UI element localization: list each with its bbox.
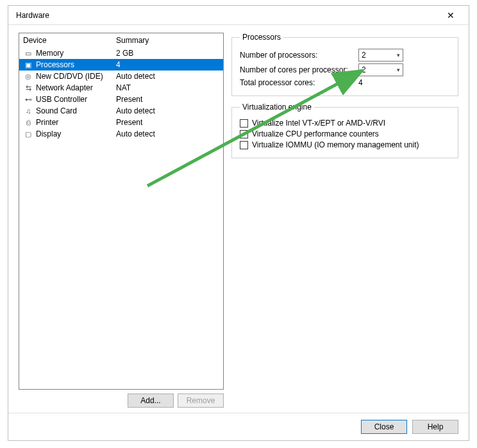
usb-icon: ⊷ [23, 95, 33, 104]
device-summary: Auto detect [116, 72, 219, 81]
column-summary: Summary [116, 36, 219, 45]
memory-icon: ▭ [23, 49, 33, 58]
device-list[interactable]: Device Summary ▭Memory2 GB▣Processors4◎N… [19, 33, 224, 390]
add-button[interactable]: Add... [128, 394, 174, 408]
table-row[interactable]: ▢DisplayAuto detect [19, 128, 223, 140]
cores-per-processor-select[interactable]: 2 ▾ [358, 63, 403, 76]
virt-counters-label: Virtualize CPU performance counters [252, 129, 379, 138]
device-name: Sound Card [36, 106, 116, 115]
cores-per-processor-value: 2 [362, 65, 366, 74]
remove-button: Remove [178, 394, 224, 408]
chevron-down-icon: ▾ [397, 67, 400, 73]
column-device: Device [23, 36, 116, 45]
table-row[interactable]: ♫Sound CardAuto detect [19, 105, 223, 117]
num-processors-row: Number of processors: 2 ▾ [240, 49, 450, 62]
virt-vtx-label: Virtualize Intel VT-x/EPT or AMD-V/RVI [252, 119, 385, 128]
total-cores-label: Total processor cores: [240, 78, 358, 87]
virt-vtx-row[interactable]: Virtualize Intel VT-x/EPT or AMD-V/RVI [240, 119, 450, 128]
table-row[interactable]: ⎙PrinterPresent [19, 117, 223, 128]
close-button[interactable]: Close [361, 420, 407, 434]
chevron-down-icon: ▾ [397, 52, 400, 58]
titlebar: Hardware ✕ [8, 6, 469, 25]
device-summary: Auto detect [116, 129, 219, 138]
checkbox-icon[interactable] [240, 119, 248, 128]
cores-per-processor-row: Number of cores per processor: 2 ▾ [240, 63, 450, 76]
device-summary: Present [116, 118, 219, 127]
dialog-body: Device Summary ▭Memory2 GB▣Processors4◎N… [8, 25, 469, 413]
device-name: Printer [36, 118, 116, 127]
virt-iommu-label: Virtualize IOMMU (IO memory management u… [252, 140, 419, 149]
device-name: New CD/DVD (IDE) [36, 72, 116, 81]
cores-per-processor-label: Number of cores per processor: [240, 65, 358, 74]
settings-pane: Processors Number of processors: 2 ▾ Num… [231, 33, 458, 408]
device-summary: 2 GB [116, 49, 219, 58]
network-icon: ⇆ [23, 83, 33, 92]
table-row[interactable]: ⊷USB ControllerPresent [19, 94, 223, 105]
sound-icon: ♫ [23, 106, 33, 115]
table-row[interactable]: ▭Memory2 GB [19, 47, 223, 59]
device-summary: Auto detect [116, 106, 219, 115]
total-cores-value: 4 [358, 78, 397, 87]
dialog-footer: Close Help [8, 413, 469, 440]
num-processors-label: Number of processors: [240, 51, 358, 60]
processor-icon: ▣ [23, 60, 33, 69]
table-row[interactable]: ⇆Network AdapterNAT [19, 82, 223, 94]
processors-legend: Processors [240, 33, 283, 42]
display-icon: ▢ [23, 129, 33, 138]
list-rows: ▭Memory2 GB▣Processors4◎New CD/DVD (IDE)… [19, 47, 223, 389]
table-row[interactable]: ▣Processors4 [19, 59, 223, 71]
processors-group: Processors Number of processors: 2 ▾ Num… [231, 33, 458, 96]
device-summary: 4 [116, 60, 219, 69]
device-pane: Device Summary ▭Memory2 GB▣Processors4◎N… [19, 33, 224, 408]
num-processors-select[interactable]: 2 ▾ [358, 49, 403, 62]
device-name: Memory [36, 49, 116, 58]
window-title: Hardware [16, 11, 438, 20]
device-name: Display [36, 129, 116, 138]
virt-counters-row[interactable]: Virtualize CPU performance counters [240, 129, 450, 138]
close-icon[interactable]: ✕ [438, 6, 464, 24]
device-name: Processors [36, 60, 116, 69]
checkbox-icon[interactable] [240, 130, 248, 138]
virtualization-legend: Virtualization engine [240, 103, 314, 112]
hardware-dialog: Hardware ✕ Device Summary ▭Memory2 GB▣Pr… [8, 5, 469, 441]
printer-icon: ⎙ [23, 118, 33, 127]
device-name: Network Adapter [36, 83, 116, 92]
virt-iommu-row[interactable]: Virtualize IOMMU (IO memory management u… [240, 140, 450, 149]
device-summary: Present [116, 95, 219, 104]
help-button[interactable]: Help [412, 420, 458, 434]
table-row[interactable]: ◎New CD/DVD (IDE)Auto detect [19, 71, 223, 82]
num-processors-value: 2 [362, 51, 366, 60]
checkbox-icon[interactable] [240, 141, 248, 149]
cd-icon: ◎ [23, 72, 33, 81]
device-name: USB Controller [36, 95, 116, 104]
list-header: Device Summary [19, 33, 223, 47]
device-summary: NAT [116, 83, 219, 92]
list-buttons: Add... Remove [19, 390, 224, 408]
total-cores-row: Total processor cores: 4 [240, 78, 450, 87]
virtualization-group: Virtualization engine Virtualize Intel V… [231, 103, 458, 158]
